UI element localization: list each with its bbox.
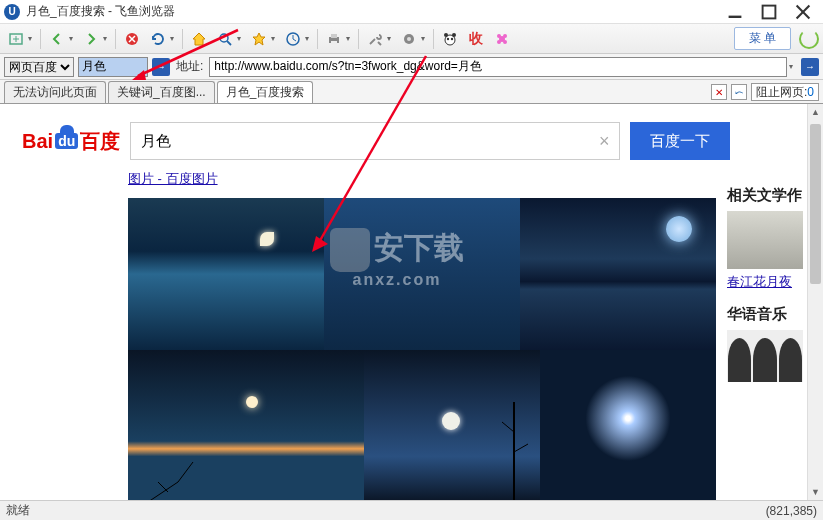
status-text: 就绪 <box>6 502 30 519</box>
menu-button[interactable]: 菜 单 <box>734 27 791 50</box>
image-result[interactable] <box>364 350 540 500</box>
svg-rect-17 <box>331 41 337 45</box>
svg-line-32 <box>502 422 514 432</box>
sidebar-section-title: 华语音乐 <box>727 305 807 324</box>
scroll-up-icon[interactable]: ▲ <box>808 104 823 120</box>
address-bar: 网页百度 → 地址: ▾ → <box>0 54 823 80</box>
tab-label: 关键词_百度图... <box>117 84 206 101</box>
print-button[interactable] <box>322 27 346 51</box>
svg-point-24 <box>447 37 449 39</box>
mini-search-input[interactable] <box>78 57 148 77</box>
baidu-search-header: Baidu百度 × 百度一下 <box>0 104 807 170</box>
sidebar-link[interactable]: 春江花月夜 <box>727 274 792 289</box>
blocked-pages-indicator: 阻止网页:0 <box>751 83 819 101</box>
tab-label: 无法访问此页面 <box>13 84 97 101</box>
close-button[interactable] <box>795 4 811 20</box>
svg-point-29 <box>497 40 501 44</box>
mini-search-go-button[interactable]: → <box>152 58 170 76</box>
stop-button[interactable] <box>120 27 144 51</box>
scroll-down-icon[interactable]: ▼ <box>808 484 823 500</box>
vertical-scrollbar[interactable]: ▲ ▼ <box>807 104 823 500</box>
dropdown-icon[interactable]: ▾ <box>271 34 279 43</box>
url-input[interactable] <box>209 57 787 77</box>
dropdown-icon[interactable]: ▾ <box>170 34 178 43</box>
svg-point-28 <box>503 34 507 38</box>
page-content: Baidu百度 × 百度一下 图片 - 百度图片 相关文学作 春江花月夜 华语音… <box>0 104 807 500</box>
svg-point-27 <box>497 34 501 38</box>
tab-error[interactable]: 无法访问此页面 <box>4 81 106 103</box>
flower-icon[interactable] <box>490 27 514 51</box>
home-button[interactable] <box>187 27 211 51</box>
new-tab-button[interactable] <box>4 27 28 51</box>
image-result[interactable] <box>324 198 520 350</box>
settings-button[interactable] <box>397 27 421 51</box>
svg-line-11 <box>227 41 231 45</box>
svg-line-14 <box>293 39 296 41</box>
status-bar: 就绪 (821,385) <box>0 500 823 520</box>
tools-button[interactable] <box>363 27 387 51</box>
dropdown-icon[interactable]: ▾ <box>103 34 111 43</box>
svg-point-10 <box>220 34 228 42</box>
dropdown-icon[interactable]: ▾ <box>789 62 797 71</box>
address-label: 地址: <box>176 58 203 75</box>
svg-point-25 <box>451 37 453 39</box>
tab-moonlight[interactable]: 月色_百度搜索 <box>217 81 314 103</box>
related-sidebar: 相关文学作 春江花月夜 华语音乐 <box>727 104 807 396</box>
dropdown-icon[interactable]: ▾ <box>387 34 395 43</box>
sidebar-image[interactable] <box>727 330 803 382</box>
history-button[interactable] <box>281 27 305 51</box>
dropdown-icon[interactable]: ▾ <box>237 34 245 43</box>
panda-icon[interactable] <box>438 27 462 51</box>
maximize-button[interactable] <box>761 4 777 20</box>
image-result[interactable] <box>128 350 364 500</box>
tab-keywords[interactable]: 关键词_百度图... <box>108 81 215 103</box>
back-button[interactable] <box>45 27 69 51</box>
baidu-search-button[interactable]: 百度一下 <box>630 122 730 160</box>
svg-point-22 <box>444 33 448 37</box>
refresh-button[interactable] <box>146 27 170 51</box>
block-count: 0 <box>807 85 814 99</box>
main-toolbar: ▾ ▾ ▾ ▾ ▾ ▾ ▾ ▾ ▾ ▾ 收 菜 单 <box>0 24 823 54</box>
dropdown-icon[interactable]: ▾ <box>346 34 354 43</box>
svg-point-20 <box>407 37 411 41</box>
svg-rect-16 <box>331 34 337 38</box>
minimize-button[interactable] <box>727 4 743 20</box>
cursor-coordinates: (821,385) <box>766 504 817 518</box>
image-results-grid <box>128 198 718 500</box>
window-titlebar: U 月色_百度搜索 - 飞鱼浏览器 <box>0 0 823 24</box>
window-title: 月色_百度搜索 - 飞鱼浏览器 <box>26 3 727 20</box>
baidu-logo[interactable]: Baidu百度 <box>22 128 120 155</box>
search-engine-select[interactable]: 网页百度 <box>4 57 74 77</box>
image-result[interactable] <box>520 198 716 350</box>
clear-search-icon[interactable]: × <box>589 131 619 152</box>
search-box: × <box>130 122 620 160</box>
sidebar-image[interactable] <box>727 211 803 269</box>
favorite-add-icon[interactable]: 收 <box>464 27 488 51</box>
image-result[interactable] <box>128 198 324 350</box>
svg-line-18 <box>378 42 381 45</box>
app-icon: U <box>4 4 20 20</box>
loading-indicator-icon <box>799 29 819 49</box>
dropdown-icon[interactable]: ▾ <box>28 34 36 43</box>
scrollbar-thumb[interactable] <box>810 124 821 284</box>
tab-bar: 无法访问此页面 关键词_百度图... 月色_百度搜索 ✕ ⤺ 阻止网页:0 <box>0 80 823 104</box>
image-results-link[interactable]: 图片 - 百度图片 <box>128 170 218 194</box>
url-go-button[interactable]: → <box>801 58 819 76</box>
restore-tab-button[interactable]: ⤺ <box>731 84 747 100</box>
favorites-button[interactable] <box>247 27 271 51</box>
dropdown-icon[interactable]: ▾ <box>305 34 313 43</box>
sidebar-section-title: 相关文学作 <box>727 186 807 205</box>
close-tab-button[interactable]: ✕ <box>711 84 727 100</box>
baidu-search-input[interactable] <box>131 123 589 159</box>
dropdown-icon[interactable]: ▾ <box>421 34 429 43</box>
image-result[interactable] <box>540 350 716 500</box>
tab-label: 月色_百度搜索 <box>226 84 305 101</box>
svg-point-30 <box>503 40 507 44</box>
svg-point-23 <box>452 33 456 37</box>
zoom-button[interactable] <box>213 27 237 51</box>
forward-button[interactable] <box>79 27 103 51</box>
dropdown-icon[interactable]: ▾ <box>69 34 77 43</box>
block-label: 阻止网页: <box>756 84 807 101</box>
svg-rect-1 <box>763 5 776 18</box>
svg-line-33 <box>514 444 528 452</box>
